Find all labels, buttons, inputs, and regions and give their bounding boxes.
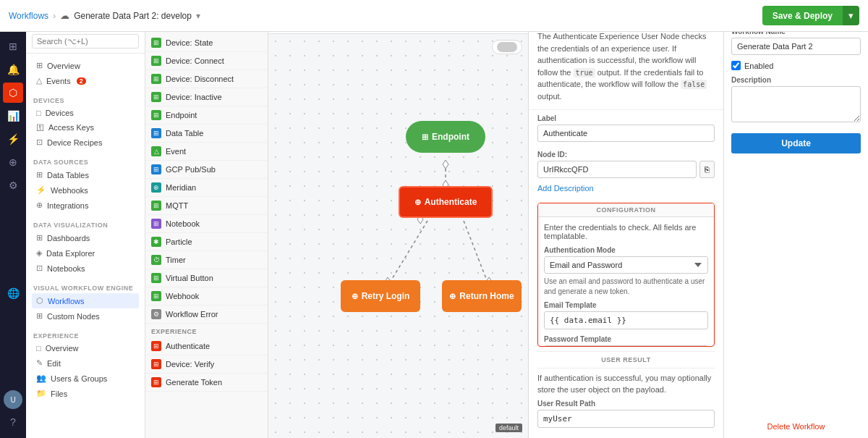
sidebar-item-access-keys[interactable]: ⚿Access Keys [32,120,139,135]
retry-login-node[interactable]: ⊕ Retry Login [341,280,420,312]
sidebar-item-dashboards[interactable]: ⊞Dashboards [32,230,139,245]
sidebar-item-webhooks[interactable]: ⚡Webhooks [32,182,139,198]
node-dot-device-state: ⊞ [151,38,161,48]
sidebar-item-events[interactable]: △ Events 2 [32,73,139,88]
sidebar-item-users-groups[interactable]: 👥Users & Groups [32,371,139,386]
authenticate-node[interactable]: ⊕ Authenticate [399,186,493,218]
sidebar-item-custom-nodes[interactable]: ⊞Custom Nodes [32,308,139,324]
enabled-label: Enabled [744,62,773,70]
retry-node-icon: ⊕ [352,292,358,301]
node-device-connect[interactable]: ⊞Device: Connect [145,52,268,70]
sidebar-item-exp-edit[interactable]: ✎Edit [32,355,139,371]
save-deploy-button[interactable]: Save & Deploy [762,6,843,25]
workflow-engine-section-label: VISUAL WORKFLOW ENGINE [32,282,139,293]
mode-description: Use an email and password to authenticat… [544,277,708,297]
email-template-input[interactable] [544,311,708,329]
node-id-field: Node ID: ⎘ [529,146,723,182]
node-mqtt[interactable]: ⊞MQTT [145,197,268,215]
sidebar-item-overview[interactable]: ⊞ Overview [32,58,139,73]
delete-workflow-link[interactable]: Delete Workflow [724,415,868,438]
node-virtual-button[interactable]: ⊞Virtual Button [145,269,268,287]
password-template-label: Password Template [544,335,708,343]
nav-grid[interactable]: ⊞ [3,36,23,56]
sidebar-item-integrations[interactable]: ⊕Integrations [32,198,139,213]
canvas-connections [268,34,528,438]
devices-icon: □ [36,109,41,117]
node-gcp-pubsub[interactable]: ⊞GCP Pub/Sub [145,161,268,179]
sidebar-item-data-explorer[interactable]: ◈Data Explorer [32,245,139,261]
node-generate-token[interactable]: ⊞Generate Token [145,374,268,392]
nav-globe[interactable]: 🌐 [3,283,23,303]
enabled-row: Enabled [731,61,861,70]
node-event[interactable]: △Event [145,143,268,161]
node-dot-device-connect: ⊞ [151,56,161,66]
cloud-icon: ☁ [60,10,69,21]
experience-nodes-label: EXPERIENCE [145,324,268,337]
node-timer[interactable]: ⏱Timer [145,251,268,269]
node-dot-notebook: ⊞ [151,219,161,229]
user-result-path-input[interactable] [537,410,715,428]
node-dot-event: △ [151,146,161,156]
sidebar-item-workflows[interactable]: ⬡Workflows [32,293,139,308]
nav-lightning[interactable]: ⚡ [3,129,23,149]
sidebar-item-device-recipes[interactable]: ⊡Device Recipes [32,135,139,150]
node-notebook[interactable]: ⊞Notebook [145,215,268,233]
nav-settings[interactable]: ⚙ [3,175,23,195]
auth-mode-select[interactable]: Email and Password Token [544,256,708,274]
data-explorer-icon: ◈ [36,248,42,258]
node-dot-virtual-button: ⊞ [151,273,161,283]
nav-workflow[interactable]: ⬡ [3,83,23,103]
webhooks-icon: ⚡ [36,185,46,195]
save-deploy-dropdown[interactable]: ▾ [843,6,859,25]
node-device-verify[interactable]: ⊞Device: Verify [145,355,268,374]
enabled-checkbox[interactable] [731,61,741,70]
sidebar-item-exp-overview[interactable]: □Overview [32,341,139,355]
sidebar-item-files[interactable]: 📁Files [32,386,139,401]
dropdown-arrow[interactable]: ▾ [196,11,200,21]
breadcrumb-workflows[interactable]: Workflows [9,11,48,21]
description-textarea[interactable] [731,86,861,122]
add-description-link[interactable]: Add Description [529,182,723,198]
node-webhook[interactable]: ⊞Webhook [145,287,268,306]
node-dot-data-table: ⊞ [151,128,161,138]
node-data-table[interactable]: ⊞Data Table [145,125,268,143]
nav-chart[interactable]: 📊 [3,106,23,126]
update-button[interactable]: Update [731,133,861,153]
user-avatar[interactable]: U [4,390,22,409]
sidebar-item-devices[interactable]: □Devices [32,106,139,120]
nav-help[interactable]: ? [3,412,23,432]
node-particle[interactable]: ✱Particle [145,233,268,251]
copy-node-id-button[interactable]: ⎘ [699,161,715,178]
workflow-canvas[interactable]: ⊞ Endpoint ⊕ Authenticate ⊕ Retry Login [268,34,528,438]
config-section-header: CONFIGURATION [538,203,714,217]
node-workflow-error[interactable]: ⚙Workflow Error [145,306,268,324]
false-code: false [681,80,707,89]
notebooks-icon: ⊡ [36,264,43,273]
workflow-name-input[interactable] [731,38,861,55]
endpoint-node[interactable]: ⊞ Endpoint [406,121,485,153]
node-meridian[interactable]: ⊕Meridian [145,179,268,197]
user-result-desc: If authentication is successful, you may… [537,368,715,400]
search-input[interactable] [32,34,139,49]
node-authenticate[interactable]: ⊞Authenticate [145,337,268,355]
breadcrumb-separator: › [53,11,56,21]
node-dot-authenticate: ⊞ [151,341,161,351]
nodes-panel: ＋ Add Nodes (⌘[) ◁ ▷ TRIGGERS ⊞Device: S… [145,0,268,438]
nav-dots[interactable]: ⊕ [3,152,23,172]
password-template-input[interactable] [544,345,708,347]
sidebar-item-data-tables[interactable]: ⊞Data Tables [32,167,139,182]
toggle-switch[interactable] [497,42,517,52]
sidebar-item-notebooks[interactable]: ⊡Notebooks [32,261,139,276]
node-device-disconnect[interactable]: ⊞Device: Disconnect [145,70,268,88]
node-endpoint[interactable]: ⊞Endpoint [145,106,268,125]
return-home-node[interactable]: ⊕ Return Home [442,280,522,312]
node-dot-endpoint: ⊞ [151,110,161,120]
node-device-state[interactable]: ⊞Device: State [145,34,268,52]
settings-body: Workflow Name Enabled Description Update [724,22,868,415]
events-badge: 2 [77,77,86,85]
node-device-inactive[interactable]: ⊞Device: Inactive [145,88,268,106]
nav-bell[interactable]: 🔔 [3,59,23,80]
svg-marker-3 [443,160,448,169]
endpoint-node-icon: ⊞ [422,132,428,142]
label-input[interactable] [537,125,715,142]
